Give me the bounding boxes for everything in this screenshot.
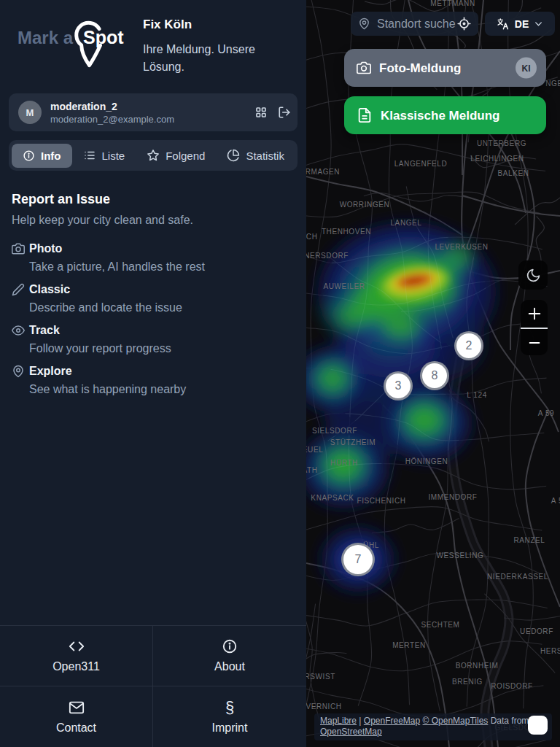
svg-text:HÖNINGEN: HÖNINGEN: [405, 457, 448, 465]
svg-text:MERTEN: MERTEN: [392, 641, 426, 649]
svg-text:NIEDERKASSEL: NIEDERKASSEL: [487, 573, 548, 581]
svg-text:WORRINGEN: WORRINGEN: [340, 201, 390, 209]
svg-text:UNTERBERG: UNTERBERG: [477, 139, 526, 147]
svg-text:SIELSDORF: SIELSDORF: [312, 427, 357, 435]
svg-text:SECHTEM: SECHTEM: [421, 621, 459, 629]
svg-text:KNAPSACK: KNAPSACK: [311, 494, 354, 502]
svg-text:FISCHENICH: FISCHENICH: [357, 497, 405, 505]
svg-text:SCH: SCH: [306, 233, 317, 241]
svg-text:HÜRTH: HÜRTH: [330, 459, 358, 467]
svg-text:LEICHLINGEN: LEICHLINGEN: [470, 155, 524, 163]
svg-text:UEDORF: UEDORF: [520, 627, 553, 635]
svg-text:METTMANN: METTMANN: [430, 0, 475, 7]
svg-text:OORMAGEN: OORMAGEN: [306, 168, 340, 176]
svg-text:BORNHEIM: BORNHEIM: [456, 662, 499, 670]
svg-text:BRENIG: BRENIG: [452, 678, 483, 686]
svg-text:BALKEN: BALKEN: [497, 169, 529, 177]
svg-text:IMMENDORF: IMMENDORF: [428, 493, 477, 501]
svg-text:HERS: HERS: [540, 647, 560, 655]
svg-text:L 124: L 124: [467, 391, 487, 399]
svg-text:STÜTZHEIM: STÜTZHEIM: [330, 438, 376, 446]
svg-text:LERSWIST: LERSWIST: [306, 673, 335, 681]
svg-text:NGE: NGE: [545, 80, 560, 88]
svg-text:ATH: ATH: [306, 466, 318, 474]
svg-text:WESSELING: WESSELING: [437, 551, 484, 560]
svg-text:THENHOVEN: THENHOVEN: [322, 228, 371, 236]
svg-text:ROISDORF: ROISDORF: [491, 682, 533, 690]
svg-text:A 59: A 59: [538, 409, 554, 417]
svg-text:RANZEL: RANZEL: [513, 536, 545, 544]
svg-text:INNERSDORF: INNERSDORF: [306, 252, 349, 260]
svg-text:AUWEILER: AUWEILER: [323, 282, 365, 290]
svg-text:A 5: A 5: [551, 497, 560, 505]
svg-text:LANGEL: LANGEL: [390, 219, 421, 227]
svg-text:LANGENFELD: LANGENFELD: [394, 160, 448, 168]
svg-text:LEUEL: LEUEL: [306, 446, 323, 454]
svg-text:LEVERKUSEN: LEVERKUSEN: [435, 243, 488, 251]
svg-text:VERNICH: VERNICH: [306, 703, 342, 711]
